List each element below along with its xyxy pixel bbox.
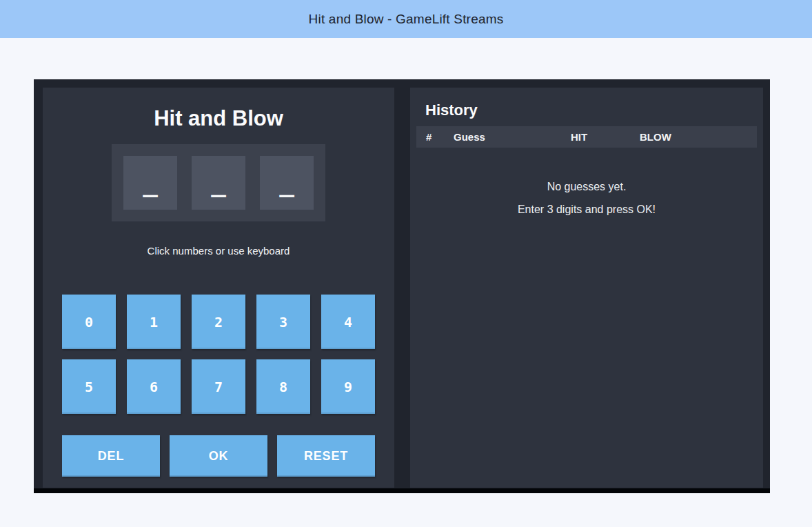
column-guess: Guess bbox=[454, 131, 571, 143]
slot-placeholder: _ bbox=[143, 169, 158, 197]
column-hit: HIT bbox=[571, 131, 640, 143]
digit-slot-2: _ bbox=[192, 156, 245, 210]
action-row: DEL OK RESET bbox=[62, 435, 375, 477]
input-hint: Click numbers or use keyboard bbox=[148, 245, 290, 257]
guess-display: _ _ _ bbox=[112, 144, 325, 221]
column-number: # bbox=[426, 131, 454, 143]
slot-placeholder: _ bbox=[279, 169, 294, 197]
empty-state-line2: Enter 3 digits and press OK! bbox=[416, 198, 757, 221]
history-header-row: # Guess HIT BLOW bbox=[416, 126, 757, 148]
digit-button-6[interactable]: 6 bbox=[127, 359, 181, 414]
game-container: Hit and Blow _ _ _ Click numbers or use … bbox=[34, 79, 770, 493]
digit-button-7[interactable]: 7 bbox=[192, 359, 245, 414]
reset-button[interactable]: RESET bbox=[277, 435, 375, 477]
page-background: Hit and Blow _ _ _ Click numbers or use … bbox=[0, 38, 812, 527]
digit-button-8[interactable]: 8 bbox=[256, 359, 310, 414]
number-keypad: 0 1 2 3 4 5 6 7 8 9 bbox=[62, 295, 375, 414]
empty-state: No guesses yet. Enter 3 digits and press… bbox=[416, 175, 757, 221]
column-blow: BLOW bbox=[640, 131, 747, 143]
game-panel: Hit and Blow _ _ _ Click numbers or use … bbox=[43, 88, 394, 488]
app-title: Hit and Blow - GameLift Streams bbox=[309, 12, 504, 27]
digit-button-9[interactable]: 9 bbox=[321, 359, 375, 414]
digit-button-3[interactable]: 3 bbox=[256, 295, 310, 349]
digit-button-5[interactable]: 5 bbox=[62, 359, 116, 414]
digit-button-0[interactable]: 0 bbox=[62, 295, 116, 349]
title-bar: Hit and Blow - GameLift Streams bbox=[0, 0, 812, 38]
digit-slot-3: _ bbox=[260, 156, 314, 210]
del-button[interactable]: DEL bbox=[62, 435, 160, 477]
game-title: Hit and Blow bbox=[154, 104, 283, 133]
ok-button[interactable]: OK bbox=[170, 435, 267, 477]
history-title: History bbox=[425, 101, 757, 119]
digit-button-1[interactable]: 1 bbox=[127, 295, 181, 349]
digit-slot-1: _ bbox=[123, 156, 177, 210]
digit-button-4[interactable]: 4 bbox=[321, 295, 375, 349]
history-panel: History # Guess HIT BLOW No guesses yet.… bbox=[410, 88, 763, 488]
digit-button-2[interactable]: 2 bbox=[192, 295, 245, 349]
slot-placeholder: _ bbox=[211, 169, 226, 197]
empty-state-line1: No guesses yet. bbox=[416, 175, 757, 198]
